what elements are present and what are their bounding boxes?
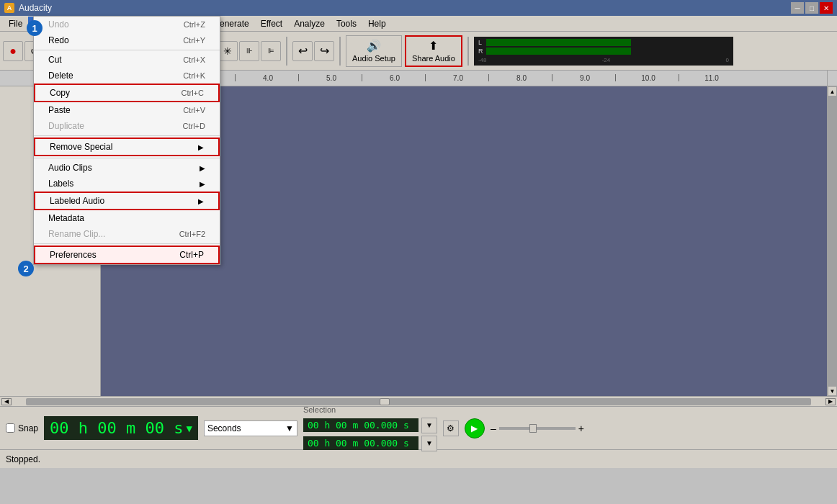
time-display: 00 h 00 m 00 s ▼ xyxy=(44,416,198,440)
seconds-dropdown[interactable]: Seconds ▼ xyxy=(204,420,297,436)
sep5 xyxy=(467,37,469,66)
menu-tools[interactable]: Tools xyxy=(331,17,362,30)
titlebar-left: A Audacity xyxy=(4,3,52,13)
undo-button[interactable]: ↩ xyxy=(292,41,313,61)
paste-shortcut: Ctrl+V xyxy=(183,106,205,114)
share-audio-label: Share Audio xyxy=(412,54,455,63)
multi-tool[interactable]: ✳ xyxy=(218,41,238,61)
sep3 xyxy=(286,37,287,66)
menu-item-labeled-audio[interactable]: Labeled Audio ▶ xyxy=(34,192,220,210)
menu-item-preferences[interactable]: Preferences Ctrl+P xyxy=(34,246,220,264)
menu-analyze[interactable]: Analyze xyxy=(288,17,331,30)
preferences-label: Preferences xyxy=(50,250,97,260)
snap-checkbox[interactable] xyxy=(6,423,15,433)
vu-R-label: R xyxy=(478,48,484,55)
silence-btn[interactable]: ⊫ xyxy=(261,41,281,61)
time-dropdown-btn[interactable]: ▼ xyxy=(186,423,192,434)
copy-label: Copy xyxy=(50,88,70,98)
snap-area: Snap xyxy=(6,423,38,433)
time-display-value: 00 h 00 m 00 s xyxy=(50,419,183,437)
titlebar-title: Audacity xyxy=(19,3,52,13)
slider-plus: + xyxy=(578,423,584,434)
menu-help[interactable]: Help xyxy=(362,17,392,30)
seconds-chevron: ▼ xyxy=(285,423,294,433)
rename-clip-shortcut: Ctrl+F2 xyxy=(179,230,205,238)
sep-a xyxy=(34,50,220,50)
settings-button[interactable]: ⚙ xyxy=(443,420,459,436)
menu-item-audio-clips[interactable]: Audio Clips ▶ xyxy=(34,160,220,176)
rename-clip-label: Rename Clip... xyxy=(48,229,105,239)
labels-arrow: ▶ xyxy=(200,180,205,188)
titlebar: A Audacity ─ □ ✕ xyxy=(0,0,837,16)
right-scrollbar[interactable]: ▲ ▼ xyxy=(827,86,837,396)
selection-label: Selection xyxy=(303,405,437,414)
metadata-label: Metadata xyxy=(48,213,84,223)
delete-shortcut: Ctrl+K xyxy=(183,71,205,80)
undo-label: Undo xyxy=(48,19,69,30)
titlebar-controls: ─ □ ✕ xyxy=(791,2,833,14)
ruler-right-spacer xyxy=(827,71,837,86)
scroll-track-h[interactable] xyxy=(26,398,811,405)
menu-item-remove-special[interactable]: Remove Special ▶ xyxy=(34,138,220,156)
selection-dropdown1[interactable]: ▼ xyxy=(421,418,437,433)
labeled-audio-label: Labeled Audio xyxy=(50,196,104,206)
menu-item-redo[interactable]: Redo Ctrl+Y xyxy=(34,32,220,48)
menu-item-cut[interactable]: Cut Ctrl+X xyxy=(34,52,220,68)
sep-c xyxy=(34,158,220,158)
minimize-button[interactable]: ─ xyxy=(791,2,804,14)
duplicate-label: Duplicate xyxy=(48,121,84,131)
scroll-up-btn[interactable]: ▲ xyxy=(828,86,837,96)
menu-item-rename-clip[interactable]: Rename Clip... Ctrl+F2 xyxy=(34,226,220,242)
horizontal-scrollbar: ◀ ▶ xyxy=(0,396,837,406)
app-icon: A xyxy=(4,3,14,13)
tick-10: 10.0 xyxy=(615,74,679,82)
audio-setup-icon: 🔊 xyxy=(367,39,381,53)
audio-clips-label: Audio Clips xyxy=(48,163,92,173)
statusbar: Stopped. xyxy=(0,449,837,468)
sep-d xyxy=(34,243,220,244)
selection-dropdown2[interactable]: ▼ xyxy=(421,436,437,451)
menu-item-labels[interactable]: Labels ▶ xyxy=(34,176,220,192)
menu-item-metadata[interactable]: Metadata xyxy=(34,210,220,226)
tick-5: 5.0 xyxy=(298,74,362,82)
scroll-thumb-h[interactable] xyxy=(380,398,390,405)
scroll-right-btn[interactable]: ▶ xyxy=(825,398,836,405)
close-button[interactable]: ✕ xyxy=(820,2,833,14)
vu-scale: -48 -24 0 xyxy=(478,57,729,63)
audio-setup-button[interactable]: 🔊 Audio Setup xyxy=(346,35,402,67)
scroll-down-btn[interactable]: ▼ xyxy=(828,386,837,396)
tick-11: 11.0 xyxy=(679,74,742,82)
menu-item-duplicate[interactable]: Duplicate Ctrl+D xyxy=(34,118,220,134)
cut-shortcut: Ctrl+X xyxy=(183,55,205,64)
maximize-button[interactable]: □ xyxy=(805,2,818,14)
edit-dropdown-menu: Undo Ctrl+Z Redo Ctrl+Y Cut Ctrl+X Delet… xyxy=(33,16,220,265)
audio-setup-label: Audio Setup xyxy=(352,54,395,63)
menu-item-paste[interactable]: Paste Ctrl+V xyxy=(34,102,220,118)
redo-shortcut: Ctrl+Y xyxy=(183,36,205,45)
selection-area: Selection 00 h 00 m 00.000 s ▼ 00 h 00 m… xyxy=(303,405,437,451)
tick-8: 8.0 xyxy=(488,74,552,82)
cut-label: Cut xyxy=(48,55,62,65)
trim-btn[interactable]: ⊪ xyxy=(239,41,259,61)
vu-L-bars xyxy=(486,39,729,46)
vu-meter: L R -48 -24 0 xyxy=(474,37,733,66)
labeled-audio-arrow: ▶ xyxy=(198,197,204,205)
scroll-left-btn[interactable]: ◀ xyxy=(1,398,12,405)
slider-thumb[interactable] xyxy=(529,424,537,433)
volume-slider[interactable]: – + xyxy=(491,423,584,434)
slider-track xyxy=(499,427,576,430)
menu-file[interactable]: File xyxy=(3,17,28,30)
menu-item-undo[interactable]: Undo Ctrl+Z xyxy=(34,17,220,32)
menu-effect[interactable]: Effect xyxy=(255,17,288,30)
remove-special-arrow: ▶ xyxy=(198,143,204,151)
menu-item-delete[interactable]: Delete Ctrl+K xyxy=(34,68,220,84)
share-audio-button[interactable]: ⬆ Share Audio xyxy=(405,35,462,67)
duplicate-shortcut: Ctrl+D xyxy=(183,122,205,130)
selection-row1: 00 h 00 m 00.000 s ▼ xyxy=(303,418,437,433)
menu-item-copy[interactable]: Copy Ctrl+C xyxy=(34,84,220,102)
record-button[interactable]: ● xyxy=(3,41,23,61)
sep-b xyxy=(34,135,220,136)
redo-button[interactable]: ↪ xyxy=(314,41,334,61)
play-button-sm[interactable]: ▶ xyxy=(465,418,485,438)
tick-6: 6.0 xyxy=(362,74,425,82)
